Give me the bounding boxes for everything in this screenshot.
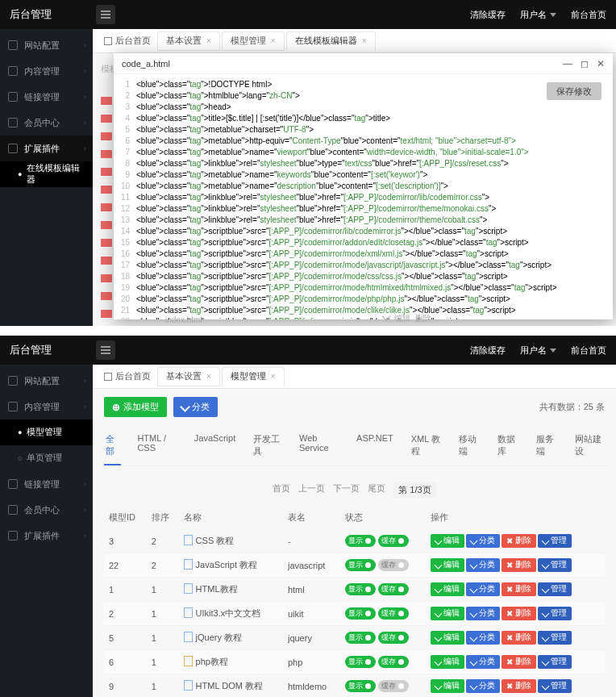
category-tab[interactable]: 数据库 <box>496 428 520 465</box>
status-cache-pill[interactable]: 缓存 <box>378 583 409 595</box>
code-area[interactable]: 1<blue">class="tag">!DOCTYPE html>2<blue… <box>114 74 613 319</box>
delete-button[interactable]: ✖ 删除 <box>502 679 536 693</box>
category-tab[interactable]: 移动端 <box>457 428 481 465</box>
manage-button[interactable]: 管理 <box>538 631 572 645</box>
category-button[interactable]: 分类 <box>466 631 500 645</box>
tab-home[interactable]: 后台首页 <box>99 35 156 47</box>
status-show-pill[interactable]: 显示 <box>345 656 376 668</box>
minimize-icon[interactable]: — <box>563 58 572 69</box>
sidebar-item[interactable]: 会员中心› <box>0 497 93 523</box>
sidebar-item[interactable]: 扩展插件› <box>0 523 93 549</box>
status-show-pill[interactable]: 显示 <box>345 607 376 620</box>
close-icon[interactable]: × <box>271 372 276 381</box>
maximize-icon[interactable]: ◻ <box>581 58 589 69</box>
status-show-pill[interactable]: 显示 <box>345 535 376 547</box>
sidebar-item[interactable]: 网站配置› <box>0 32 93 58</box>
status-cache-pill[interactable]: 缓存 <box>378 559 409 571</box>
category-tab[interactable]: XML 教程 <box>410 428 443 465</box>
sidebar-item[interactable]: 模型管理 <box>0 419 93 445</box>
pager-first[interactable]: 首页 <box>273 482 290 498</box>
pager-last[interactable]: 尾页 <box>368 482 385 498</box>
manage-button[interactable]: 管理 <box>538 655 572 669</box>
tab[interactable]: 模型管理× <box>222 31 285 51</box>
close-icon[interactable]: × <box>206 372 211 381</box>
add-model-button[interactable]: ⊕添加模型 <box>104 397 167 417</box>
user-dropdown[interactable]: 用户名 <box>520 9 556 21</box>
status-cache-pill[interactable]: 缓存 <box>378 535 409 547</box>
category-button[interactable]: 分类 <box>466 558 500 572</box>
sidebar-item[interactable]: 链接管理› <box>0 471 93 497</box>
close-icon[interactable]: × <box>362 36 367 45</box>
edit-button[interactable]: 编辑 <box>431 679 464 693</box>
category-tab[interactable]: Web Service <box>298 428 340 465</box>
delete-button[interactable]: ✖ 删除 <box>502 558 536 572</box>
sidebar-item[interactable]: 在线模板编辑器 <box>0 161 93 187</box>
sidebar-item[interactable]: 扩展插件› <box>0 136 93 161</box>
edit-button[interactable]: 编辑 <box>431 655 464 669</box>
category-tab[interactable]: 开发工具 <box>252 428 283 465</box>
status-show-pill[interactable]: 显示 <box>345 680 376 692</box>
manage-button[interactable]: 管理 <box>538 534 572 548</box>
delete-button[interactable]: ✖ 删除 <box>502 534 536 548</box>
close-icon[interactable]: × <box>206 36 211 45</box>
sidebar-item[interactable]: 内容管理› <box>0 58 93 84</box>
tab[interactable]: 模型管理× <box>222 367 285 386</box>
category-tab[interactable]: 服务端 <box>535 428 559 465</box>
tab[interactable]: 基本设置× <box>157 31 220 51</box>
pager-next[interactable]: 下一页 <box>333 482 360 498</box>
category-tab[interactable]: ASP.NET <box>355 428 395 465</box>
chevron-right-icon: › <box>84 67 86 75</box>
sidebar-item[interactable]: 单页管理 <box>0 445 93 471</box>
delete-button[interactable]: ✖ 删除 <box>502 631 536 645</box>
user-dropdown[interactable]: 用户名 <box>520 344 556 357</box>
close-icon[interactable]: ✕ <box>597 58 605 69</box>
status-show-pill[interactable]: 显示 <box>345 583 376 595</box>
pager-prev[interactable]: 上一页 <box>298 482 325 498</box>
edit-button[interactable]: 编辑 <box>431 558 464 572</box>
category-button[interactable]: 分类 <box>466 582 500 596</box>
category-button[interactable]: 分类 <box>466 679 500 693</box>
frontend-home-link[interactable]: 前台首页 <box>571 9 606 21</box>
category-button[interactable]: 分类 <box>466 655 500 669</box>
status-cache-pill[interactable]: 缓存 <box>378 680 409 692</box>
status-cache-pill[interactable]: 缓存 <box>378 632 409 644</box>
edit-button[interactable]: 编辑 <box>431 631 464 645</box>
category-tab[interactable]: 全部 <box>104 428 121 465</box>
tab[interactable]: 基本设置× <box>157 367 220 386</box>
chevron-right-icon: › <box>84 144 86 152</box>
close-icon[interactable]: × <box>271 36 276 45</box>
tab[interactable]: 在线模板编辑器× <box>286 31 376 51</box>
delete-button[interactable]: ✖ 删除 <box>502 655 536 669</box>
sidebar-item[interactable]: 会员中心› <box>0 110 93 136</box>
sidebar: 网站配置›内容管理›模型管理单页管理链接管理›会员中心›扩展插件› <box>0 365 93 697</box>
manage-button[interactable]: 管理 <box>538 582 572 596</box>
category-tab[interactable]: JavaScript <box>193 428 237 465</box>
category-tab[interactable]: 网站建设 <box>573 428 605 465</box>
manage-button[interactable]: 管理 <box>538 558 572 572</box>
sidebar-item[interactable]: 内容管理› <box>0 394 93 419</box>
status-cache-pill[interactable]: 缓存 <box>378 656 409 668</box>
category-button[interactable]: 分类 <box>466 534 500 548</box>
clear-cache-link[interactable]: 清除缓存 <box>470 9 506 21</box>
edit-button[interactable]: 编辑 <box>431 582 464 596</box>
save-button[interactable]: 保存修改 <box>547 82 601 100</box>
edit-button[interactable]: 编辑 <box>431 534 464 548</box>
category-tab[interactable]: HTML / CSS <box>135 428 177 465</box>
sidebar-item[interactable]: 网站配置› <box>0 368 93 394</box>
category-button[interactable]: 分类 <box>173 397 218 417</box>
sidebar-toggle[interactable] <box>96 340 115 360</box>
sidebar-item[interactable]: 链接管理› <box>0 84 93 110</box>
clear-cache-link[interactable]: 清除缓存 <box>470 344 506 357</box>
frontend-home-link[interactable]: 前台首页 <box>571 344 606 357</box>
status-show-pill[interactable]: 显示 <box>345 559 376 571</box>
sidebar-toggle[interactable] <box>96 5 115 24</box>
category-button[interactable]: 分类 <box>466 607 500 620</box>
tab-home[interactable]: 后台首页 <box>99 370 156 382</box>
delete-button[interactable]: ✖ 删除 <box>502 607 536 620</box>
edit-button[interactable]: 编辑 <box>431 607 464 620</box>
manage-button[interactable]: 管理 <box>538 679 572 693</box>
status-cache-pill[interactable]: 缓存 <box>378 607 409 620</box>
delete-button[interactable]: ✖ 删除 <box>502 582 536 596</box>
status-show-pill[interactable]: 显示 <box>345 632 376 644</box>
manage-button[interactable]: 管理 <box>538 607 572 620</box>
